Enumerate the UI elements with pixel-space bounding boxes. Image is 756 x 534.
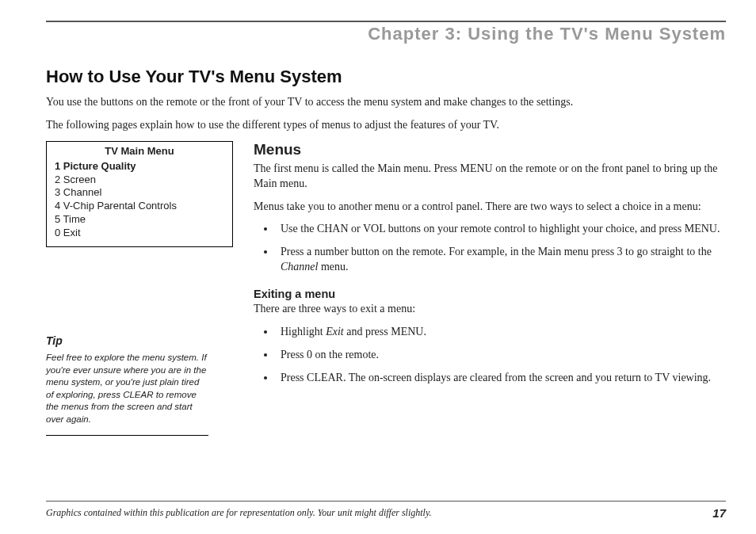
exit-bullet-3: Press CLEAR. The on-screen displays are … xyxy=(276,371,726,386)
section-title: How to Use Your TV's Menu System xyxy=(46,67,726,87)
right-column: Menus The first menu is called the Main … xyxy=(254,141,726,436)
menus-paragraph-2: Menus take you to another menu or a cont… xyxy=(254,200,726,215)
menu-box-title: TV Main Menu xyxy=(55,145,224,158)
exit-bullet-1: Highlight Exit and press MENU. xyxy=(276,325,726,340)
menus-bullet-1: Use the CHAN or VOL buttons on your remo… xyxy=(276,222,726,237)
menu-item: 1 Picture Quality xyxy=(55,160,224,174)
menus-bullet-2: Press a number button on the remote. For… xyxy=(276,245,726,275)
tip-text: Feel free to explore the menu system. If… xyxy=(46,352,208,436)
exit-bullet-2: Press 0 on the remote. xyxy=(276,348,726,363)
chapter-title: Chapter 3: Using the TV's Menu System xyxy=(46,24,726,44)
page: Chapter 3: Using the TV's Menu System Ho… xyxy=(0,0,756,534)
left-column: TV Main Menu 1 Picture Quality2 Screen3 … xyxy=(46,141,233,436)
page-number: 17 xyxy=(712,506,726,520)
menu-item: 4 V-Chip Parental Controls xyxy=(55,200,224,213)
menu-items-list: 1 Picture Quality2 Screen3 Channel4 V-Ch… xyxy=(55,160,224,240)
intro-paragraph-2: The following pages explain how to use t… xyxy=(46,118,726,133)
menus-heading: Menus xyxy=(254,141,726,158)
intro-block: You use the buttons on the remote or the… xyxy=(46,95,726,133)
menus-bullet-list: Use the CHAN or VOL buttons on your remo… xyxy=(254,222,726,275)
tip-heading: Tip xyxy=(46,334,233,347)
exiting-paragraph: There are three ways to exit a menu: xyxy=(254,302,726,317)
top-rule xyxy=(46,21,726,22)
content-columns: TV Main Menu 1 Picture Quality2 Screen3 … xyxy=(46,141,726,436)
menu-item: 2 Screen xyxy=(55,174,224,187)
exiting-bullet-list: Highlight Exit and press MENU. Press 0 o… xyxy=(254,325,726,386)
tip-block: Tip Feel free to explore the menu system… xyxy=(46,334,233,436)
footer-disclaimer: Graphics contained within this publicati… xyxy=(46,507,432,519)
exiting-heading: Exiting a menu xyxy=(254,288,726,300)
page-footer: Graphics contained within this publicati… xyxy=(46,501,726,520)
tv-main-menu-box: TV Main Menu 1 Picture Quality2 Screen3 … xyxy=(46,141,233,247)
menu-item: 0 Exit xyxy=(55,227,224,240)
intro-paragraph-1: You use the buttons on the remote or the… xyxy=(46,95,726,110)
menus-paragraph-1: The first menu is called the Main menu. … xyxy=(254,162,726,192)
menu-item: 5 Time xyxy=(55,213,224,227)
menu-item: 3 Channel xyxy=(55,186,224,200)
